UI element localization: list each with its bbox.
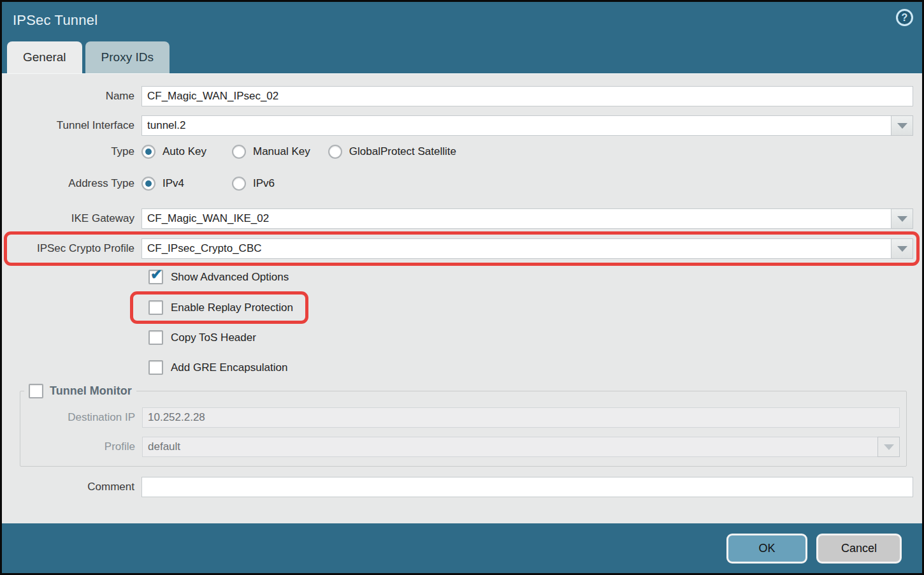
ipsec-crypto-profile-input[interactable] xyxy=(141,238,891,259)
dialog-body: Name Tunnel Interface Type Auto Key Manu… xyxy=(2,73,922,523)
chevron-down-icon xyxy=(897,216,907,222)
ipsec-tunnel-dialog: IPSec Tunnel ? General Proxy IDs Name Tu… xyxy=(0,0,924,575)
profile-dropdown-button xyxy=(877,437,900,457)
enable-replay-protection-row[interactable]: Enable Replay Protection xyxy=(148,300,293,315)
radio-button-icon[interactable] xyxy=(141,145,155,159)
profile-input xyxy=(142,437,877,457)
ok-button[interactable]: OK xyxy=(726,534,807,564)
checkbox-icon[interactable] xyxy=(148,360,163,375)
ike-gateway-row: IKE Gateway xyxy=(10,208,913,229)
name-label: Name xyxy=(10,90,134,103)
ike-gateway-label: IKE Gateway xyxy=(10,212,134,225)
ipsec-crypto-profile-row: IPSec Crypto Profile xyxy=(10,238,913,259)
radio-manual-key[interactable]: Manual Key xyxy=(232,145,327,159)
comment-input[interactable] xyxy=(141,477,913,497)
profile-label: Profile xyxy=(20,440,135,453)
chevron-down-icon xyxy=(897,246,907,252)
ike-gateway-input[interactable] xyxy=(141,208,891,229)
tab-proxy-ids[interactable]: Proxy IDs xyxy=(85,41,170,73)
name-input[interactable] xyxy=(141,86,913,106)
comment-row: Comment xyxy=(10,477,913,497)
destination-ip-input xyxy=(142,407,900,428)
dialog-title: IPSec Tunnel xyxy=(2,2,922,29)
tunnel-monitor-legend: Tunnel Monitor xyxy=(24,384,136,398)
address-type-radio-group: IPv4 IPv6 xyxy=(141,177,913,191)
dialog-footer: OK Cancel xyxy=(2,523,922,573)
checkbox-icon[interactable] xyxy=(148,300,163,315)
address-type-row: Address Type IPv4 IPv6 xyxy=(10,177,913,191)
radio-auto-key[interactable]: Auto Key xyxy=(141,145,231,159)
radio-ipv4-label: IPv4 xyxy=(162,177,184,190)
name-row: Name xyxy=(10,86,913,106)
radio-globalprotect-satellite[interactable]: GlobalProtect Satellite xyxy=(328,145,473,159)
tunnel-monitor-label: Tunnel Monitor xyxy=(50,384,132,398)
ipsec-crypto-profile-dropdown-button[interactable] xyxy=(891,238,913,259)
tunnel-monitor-section: Tunnel Monitor Destination IP Profile xyxy=(20,384,907,467)
radio-button-icon[interactable] xyxy=(232,145,246,159)
ipsec-crypto-profile-label: IPSec Crypto Profile xyxy=(10,242,134,255)
radio-manual-key-label: Manual Key xyxy=(253,145,310,158)
checkbox-icon[interactable] xyxy=(148,330,163,345)
add-gre-encapsulation-row[interactable]: Add GRE Encapsulation xyxy=(148,360,287,375)
ike-gateway-combo xyxy=(141,208,913,229)
type-radio-group: Auto Key Manual Key GlobalProtect Satell… xyxy=(141,145,913,159)
tunnel-interface-input[interactable] xyxy=(141,115,891,136)
tab-general[interactable]: General xyxy=(7,41,82,73)
type-label: Type xyxy=(10,145,134,158)
comment-label: Comment xyxy=(10,481,134,493)
chevron-down-icon xyxy=(884,444,894,450)
type-row: Type Auto Key Manual Key GlobalProtect S… xyxy=(10,145,913,159)
radio-auto-key-label: Auto Key xyxy=(162,145,206,158)
profile-row: Profile xyxy=(20,437,900,457)
cancel-button[interactable]: Cancel xyxy=(816,534,902,564)
radio-ipv4[interactable]: IPv4 xyxy=(141,177,231,191)
checkbox-icon[interactable] xyxy=(148,270,163,284)
tunnel-interface-row: Tunnel Interface xyxy=(10,115,913,136)
tab-bar: General Proxy IDs xyxy=(7,41,170,73)
radio-ipv6-label: IPv6 xyxy=(253,177,275,190)
radio-button-icon[interactable] xyxy=(328,145,342,159)
ike-gateway-dropdown-button[interactable] xyxy=(891,208,913,229)
show-advanced-options-row[interactable]: Show Advanced Options xyxy=(148,270,289,284)
chevron-down-icon xyxy=(897,123,907,129)
copy-tos-header-row[interactable]: Copy ToS Header xyxy=(148,330,256,345)
help-icon[interactable]: ? xyxy=(896,9,913,26)
ipsec-crypto-profile-combo xyxy=(141,238,913,259)
enable-replay-protection-label: Enable Replay Protection xyxy=(171,302,293,314)
address-type-label: Address Type xyxy=(10,177,134,190)
radio-ipv6[interactable]: IPv6 xyxy=(232,177,321,191)
destination-ip-label: Destination IP xyxy=(20,411,135,424)
radio-globalprotect-satellite-label: GlobalProtect Satellite xyxy=(349,145,456,158)
tunnel-interface-dropdown-button[interactable] xyxy=(891,115,913,136)
add-gre-encapsulation-label: Add GRE Encapsulation xyxy=(171,361,287,374)
radio-button-icon[interactable] xyxy=(232,177,246,191)
destination-ip-row: Destination IP xyxy=(20,407,900,428)
copy-tos-header-label: Copy ToS Header xyxy=(171,331,256,344)
checkbox-icon[interactable] xyxy=(29,384,43,398)
show-advanced-options-label: Show Advanced Options xyxy=(171,271,289,284)
radio-button-icon[interactable] xyxy=(141,177,155,191)
tunnel-interface-combo xyxy=(141,115,913,136)
profile-combo xyxy=(142,437,900,457)
dialog-header: IPSec Tunnel ? General Proxy IDs xyxy=(2,2,922,73)
tunnel-interface-label: Tunnel Interface xyxy=(10,119,134,132)
